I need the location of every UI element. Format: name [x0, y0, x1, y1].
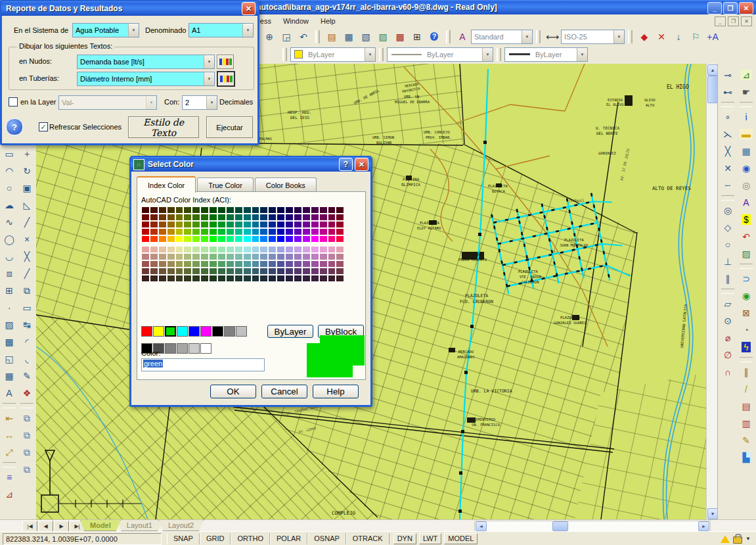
toolbar-grip[interactable] [315, 30, 320, 43]
aci-swatch[interactable] [217, 221, 226, 228]
aci-swatch[interactable] [311, 268, 319, 275]
aci-swatch[interactable] [302, 206, 311, 214]
menu-item-help[interactable]: Help [321, 17, 336, 25]
aci-swatch[interactable] [175, 206, 184, 214]
sistema-combo[interactable]: Agua Potable ▼ [72, 23, 139, 37]
dim-aligned-button[interactable]: ↔ [1, 427, 18, 444]
palette-brush-button[interactable]: ❖ [18, 385, 35, 402]
aci-swatch[interactable] [285, 228, 294, 235]
aci-swatch[interactable] [319, 246, 328, 253]
aci-swatch[interactable] [183, 235, 192, 243]
temporary-track-button[interactable]: ⊸ [719, 66, 736, 83]
aci-swatch[interactable] [192, 246, 200, 253]
aci-swatch[interactable] [183, 228, 192, 235]
tab-index-color[interactable]: Index Color [137, 176, 196, 193]
horizontal-scroll-thumb[interactable] [552, 521, 568, 531]
toggle-model[interactable]: MODEL [444, 533, 478, 544]
aci-swatch[interactable] [183, 268, 192, 275]
aci-swatch[interactable] [243, 275, 252, 282]
tuberias-combo[interactable]: Diámetro Interno [mm] ▼ [77, 72, 215, 86]
layer-properties-button[interactable]: ▤ [324, 29, 340, 45]
valve-green-button[interactable]: ◉ [738, 287, 755, 304]
paste-rect-button[interactable]: ▭ [18, 299, 35, 316]
about-button[interactable]: ◉ [738, 160, 755, 177]
aci-swatch[interactable] [336, 228, 344, 235]
aci-swatch[interactable] [302, 260, 311, 268]
nudos-combo[interactable]: Demanda base [lt/s] ▼ [77, 55, 215, 69]
toolbar-grip[interactable] [536, 30, 541, 43]
aci-swatch[interactable] [277, 253, 285, 260]
aci-swatch[interactable] [226, 228, 234, 235]
aci-swatch[interactable] [252, 260, 260, 268]
aci-swatch[interactable] [243, 214, 252, 221]
osnap-settings-button[interactable]: ∩ [719, 364, 736, 381]
aci-swatch[interactable] [141, 246, 150, 253]
standard-color-green[interactable] [165, 326, 176, 337]
aci-swatch[interactable] [226, 246, 234, 253]
chevron-down-icon[interactable]: ▼ [128, 24, 139, 37]
aci-swatch[interactable] [141, 228, 150, 235]
toggle-otrack[interactable]: OTRACK [346, 533, 389, 544]
snap-tangent-button[interactable]: ○ [719, 236, 736, 253]
aci-swatch[interactable] [311, 206, 319, 214]
chevron-down-icon[interactable]: ▼ [204, 55, 214, 68]
hand-tool-button[interactable]: ☛ [738, 83, 755, 101]
search-gray-button[interactable]: ◎ [738, 177, 755, 194]
text-style-button[interactable]: A [455, 29, 470, 45]
aci-swatch[interactable] [226, 260, 234, 268]
copy-2-button[interactable]: ⧉ [18, 427, 35, 444]
aci-swatch[interactable] [252, 221, 260, 228]
snap-center-button[interactable]: ◎ [719, 202, 736, 219]
aci-swatch[interactable] [285, 221, 294, 228]
pipe-tools-button[interactable]: ∥ [738, 364, 755, 381]
aci-swatch[interactable] [234, 246, 243, 253]
aci-swatch[interactable] [268, 221, 277, 228]
hatch-dim-button[interactable]: ▤ [738, 398, 755, 415]
aci-swatch[interactable] [294, 275, 302, 282]
aci-swatch[interactable] [175, 275, 184, 282]
aci-swatch[interactable] [252, 206, 260, 214]
toggle-lwt[interactable]: LWT [419, 533, 441, 544]
aci-swatch[interactable] [285, 246, 294, 253]
aci-swatch[interactable] [294, 268, 302, 275]
color-control-combo[interactable]: ByLayer ▼ [290, 47, 376, 62]
aci-swatch[interactable] [183, 246, 192, 253]
aci-swatch[interactable] [328, 246, 336, 253]
linetype-control-combo[interactable]: ByLayer ▼ [387, 47, 493, 62]
aci-swatch[interactable] [141, 235, 150, 243]
aci-swatch[interactable] [200, 228, 209, 235]
aci-swatch[interactable] [167, 275, 175, 282]
rotate-button[interactable]: ↻ [18, 162, 35, 179]
aci-swatch[interactable] [311, 221, 319, 228]
standard-color-red[interactable] [141, 326, 152, 337]
aci-swatch[interactable] [277, 221, 285, 228]
aci-swatch[interactable] [268, 214, 277, 221]
aci-swatch[interactable] [192, 221, 200, 228]
aci-swatch[interactable] [302, 246, 311, 253]
quickcalc-button[interactable]: ⊞ [409, 29, 425, 45]
aci-swatch[interactable] [285, 206, 294, 214]
aci-swatch[interactable] [175, 221, 184, 228]
fillet-button[interactable]: ◟ [18, 350, 35, 367]
aci-swatch[interactable] [200, 275, 209, 282]
publish-button[interactable]: ▩ [392, 29, 408, 45]
zoom-window-button[interactable]: ◲ [278, 29, 294, 45]
markup-button[interactable]: ▨ [375, 29, 391, 45]
toolbar-grip[interactable] [497, 48, 501, 61]
aci-swatch[interactable] [311, 260, 319, 268]
aci-swatch[interactable] [328, 260, 336, 268]
lock-button[interactable]: ▬ [738, 126, 755, 143]
aci-swatch[interactable] [319, 221, 328, 228]
table-button[interactable]: ▦ [1, 367, 18, 385]
aci-swatch[interactable] [217, 206, 226, 214]
aci-swatch[interactable] [167, 253, 175, 260]
aci-swatch[interactable] [167, 214, 175, 221]
snap-endpoint-button[interactable]: ∘ [719, 108, 736, 126]
trim-shape-button[interactable]: ◺ [18, 197, 35, 214]
toolbar-grip[interactable] [628, 30, 633, 43]
aci-swatch[interactable] [277, 206, 285, 214]
arc-button[interactable]: ◠ [1, 162, 18, 179]
aci-swatch[interactable] [277, 275, 285, 282]
aci-swatch[interactable] [302, 221, 311, 228]
next-tab-button[interactable]: ▶ [54, 521, 69, 532]
